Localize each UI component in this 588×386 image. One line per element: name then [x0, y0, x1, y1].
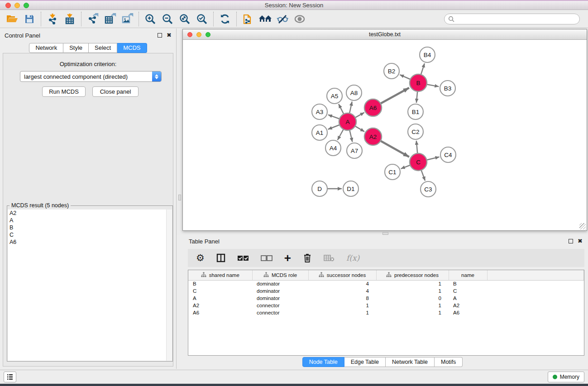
cell-predecessor-nodes[interactable]: 1: [376, 287, 449, 295]
tab-network-table[interactable]: Network Table: [386, 357, 435, 367]
edge-A-A1[interactable]: [328, 124, 340, 129]
cell-MCDS-role[interactable]: connector: [252, 302, 308, 309]
tab-node-table[interactable]: Node Table: [302, 357, 344, 367]
result-item[interactable]: C: [8, 231, 166, 238]
resize-grip[interactable]: [579, 223, 586, 229]
network-window-titlebar[interactable]: testGlobe.txt: [183, 29, 587, 40]
close-network-button[interactable]: [187, 32, 192, 37]
table-row[interactable]: Cdominator41C: [188, 287, 584, 295]
minimize-network-button[interactable]: [196, 32, 201, 37]
cell-shared-name[interactable]: A6: [188, 309, 252, 316]
cell-predecessor-nodes[interactable]: 1: [376, 280, 449, 287]
cell-name[interactable]: C: [449, 287, 487, 295]
export-table-button[interactable]: [101, 11, 119, 27]
zoom-selected-button[interactable]: [193, 11, 210, 27]
refresh-button[interactable]: [216, 11, 234, 27]
run-mcds-button[interactable]: Run MCDS: [42, 86, 86, 97]
edge-A-A6[interactable]: [355, 113, 364, 118]
close-panel-button[interactable]: Close panel: [92, 86, 139, 97]
zoom-out-button[interactable]: [159, 11, 176, 27]
tab-mcds[interactable]: MCDS: [117, 43, 147, 53]
cell-successor-nodes[interactable]: 1: [308, 309, 376, 316]
cell-shared-name[interactable]: A: [188, 295, 252, 302]
network-graph[interactable]: B4B2BB3A8A5A6A3B1AC2A1A2A4A7C4CC1C3DD1: [183, 40, 587, 230]
cell-predecessor-nodes[interactable]: 1: [376, 309, 449, 316]
table-row[interactable]: A6connector11A6: [188, 309, 584, 316]
delete-table-button[interactable]: [324, 252, 335, 264]
result-item[interactable]: A: [8, 217, 166, 224]
column-header-successor-nodes[interactable]: successor nodes: [308, 270, 376, 280]
cell-name[interactable]: A: [449, 295, 487, 302]
result-item[interactable]: A2: [8, 210, 166, 217]
network-file-button[interactable]: [239, 11, 257, 27]
task-history-button[interactable]: [4, 372, 16, 382]
column-header-shared-name[interactable]: shared name: [188, 270, 252, 280]
function-builder-button[interactable]: f(x): [346, 252, 359, 264]
cell-name[interactable]: A2: [449, 302, 487, 309]
add-column-button[interactable]: +: [284, 252, 291, 264]
tab-edge-table[interactable]: Edge Table: [344, 357, 386, 367]
close-panel-icon[interactable]: ✖: [167, 33, 172, 38]
result-item[interactable]: A6: [8, 238, 166, 246]
table-settings-button[interactable]: ⚙: [196, 252, 205, 264]
column-header-predecessor-nodes[interactable]: predecessor nodes: [376, 270, 449, 280]
float-table-panel-icon[interactable]: [569, 239, 573, 243]
edge-C-C2[interactable]: [416, 141, 418, 154]
edge-B-B4[interactable]: [421, 63, 425, 75]
result-item[interactable]: B: [8, 224, 166, 231]
cell-shared-name[interactable]: B: [188, 280, 252, 287]
save-session-button[interactable]: [21, 11, 38, 27]
hide-glasses-button[interactable]: [274, 11, 291, 27]
zoom-window-button[interactable]: [24, 3, 29, 8]
edge-C-C3[interactable]: [421, 170, 425, 181]
cell-MCDS-role[interactable]: dominator: [252, 295, 308, 302]
zoom-fit-button[interactable]: [176, 11, 193, 27]
select-all-button[interactable]: [237, 252, 249, 264]
close-table-panel-icon[interactable]: ✖: [578, 239, 583, 243]
table-row[interactable]: Adominator80A: [188, 295, 584, 302]
table-row[interactable]: A2connector11A2: [188, 302, 584, 309]
cell-name[interactable]: A6: [449, 309, 487, 316]
delete-column-button[interactable]: [303, 252, 312, 264]
eye-button[interactable]: [291, 11, 308, 27]
home-button[interactable]: [257, 11, 274, 27]
tab-style[interactable]: Style: [63, 43, 89, 53]
edge-A-A8[interactable]: [349, 102, 352, 114]
zoom-network-button[interactable]: [206, 32, 210, 37]
cell-predecessor-nodes[interactable]: 0: [376, 295, 449, 302]
open-file-button[interactable]: [4, 11, 21, 27]
cell-shared-name[interactable]: A2: [188, 302, 252, 309]
cell-successor-nodes[interactable]: 8: [308, 295, 376, 302]
cell-successor-nodes[interactable]: 4: [308, 280, 376, 287]
search-field[interactable]: [444, 14, 580, 24]
float-panel-icon[interactable]: [158, 33, 162, 38]
minimize-window-button[interactable]: [14, 3, 20, 8]
export-image-button[interactable]: [119, 11, 136, 27]
edge-A-A7[interactable]: [349, 130, 352, 142]
import-table-button[interactable]: [61, 11, 78, 27]
edge-A2-C[interactable]: [380, 141, 409, 157]
edge-B-B3[interactable]: [426, 84, 439, 86]
cell-successor-nodes[interactable]: 4: [308, 287, 376, 295]
cell-MCDS-role[interactable]: dominator: [252, 287, 308, 295]
close-window-button[interactable]: [5, 3, 11, 8]
edge-B-B1[interactable]: [416, 91, 417, 103]
table-row[interactable]: Bdominator41B: [188, 280, 584, 287]
cell-MCDS-role[interactable]: connector: [252, 309, 308, 316]
deselect-all-button[interactable]: [261, 252, 272, 264]
tab-network[interactable]: Network: [29, 43, 63, 53]
edge-B-B2[interactable]: [400, 75, 411, 80]
tab-select[interactable]: Select: [89, 43, 117, 53]
result-scrollbar[interactable]: [166, 210, 172, 361]
cell-successor-nodes[interactable]: 1: [308, 302, 376, 309]
split-divider-handle[interactable]: [382, 232, 388, 235]
edge-C-C4[interactable]: [426, 157, 439, 160]
column-header-name[interactable]: name: [449, 270, 487, 280]
edge-A6-B[interactable]: [380, 88, 409, 104]
edge-A-A2[interactable]: [355, 126, 365, 132]
edge-C-C1[interactable]: [401, 165, 411, 168]
edge-A-A3[interactable]: [328, 115, 340, 119]
edge-A-A5[interactable]: [339, 104, 344, 114]
cell-MCDS-role[interactable]: dominator: [252, 280, 308, 287]
cell-name[interactable]: B: [449, 280, 487, 287]
